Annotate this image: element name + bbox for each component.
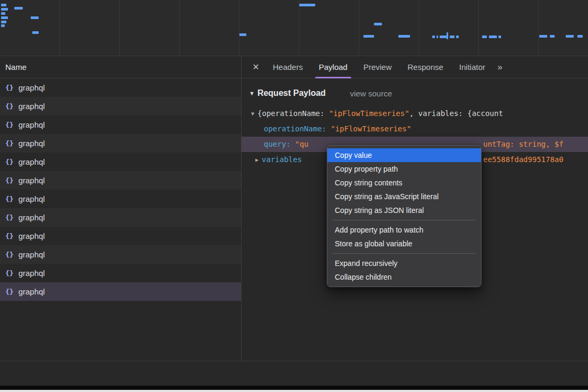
request-row[interactable]: {}graphql	[0, 190, 241, 208]
timeline-bar	[450, 35, 455, 38]
json-braces-icon: {}	[5, 176, 14, 184]
timeline-bar	[432, 35, 435, 38]
request-name-label: graphql	[19, 102, 45, 111]
timeline-bar	[1, 24, 5, 27]
request-name-label: graphql	[19, 250, 45, 259]
timeline-bar	[374, 23, 382, 25]
timeline-bar	[299, 4, 315, 6]
network-overview-timeline[interactable]	[0, 0, 588, 56]
request-row[interactable]: {}graphql	[0, 227, 241, 245]
request-name-label: graphql	[19, 269, 45, 278]
timeline-bar	[447, 32, 448, 39]
menu-item[interactable]: Copy string as JSON literal	[327, 203, 481, 217]
request-name-label: graphql	[19, 176, 45, 185]
context-menu: Copy valueCopy property pathCopy string …	[327, 145, 482, 287]
tree-text-fragment: ee5588fdad995178a0	[483, 152, 564, 167]
timeline-bar	[1, 16, 8, 19]
close-icon[interactable]: ✕	[247, 56, 265, 78]
json-braces-icon: {}	[5, 195, 14, 203]
tree-text: "ipFlowTimeseries"	[329, 109, 409, 118]
request-row[interactable]: {}graphql	[0, 134, 241, 153]
menu-item[interactable]: Copy string contents	[327, 176, 481, 190]
timeline-bar	[14, 7, 23, 10]
menu-item[interactable]: Copy property path	[327, 162, 481, 176]
timeline-bar	[1, 12, 5, 15]
column-header-label: Name	[5, 63, 26, 72]
request-row[interactable]: {}graphql	[0, 208, 241, 227]
menu-item[interactable]: Store as global variable	[327, 237, 481, 251]
json-braces-icon: {}	[5, 84, 14, 92]
timeline-bar	[456, 35, 459, 38]
tree-text: "ipFlowTimeseries"	[331, 124, 411, 133]
more-tabs-icon[interactable]: »	[497, 62, 502, 73]
request-row[interactable]: {}graphql	[0, 171, 241, 190]
tab-strip: HeadersPayloadPreviewResponseInitiator	[265, 56, 493, 78]
request-row[interactable]: {}graphql	[0, 264, 241, 282]
disclosure-triangle-icon: ▼	[251, 111, 257, 117]
tree-text: "qu	[295, 140, 308, 148]
timeline-bar	[489, 35, 497, 38]
timeline-bar	[482, 35, 487, 38]
timeline-bar	[498, 35, 501, 38]
request-row[interactable]: {}graphql	[0, 97, 241, 115]
tab-response[interactable]: Response	[399, 56, 451, 78]
tree-text: {operationName:	[257, 109, 329, 118]
menu-item[interactable]: Copy string as JavaScript literal	[327, 190, 481, 203]
details-tab-bar: ✕ HeadersPayloadPreviewResponseInitiator…	[242, 56, 588, 78]
timeline-bar	[239, 33, 246, 36]
tab-payload[interactable]: Payload	[311, 56, 355, 78]
json-braces-icon: {}	[5, 213, 14, 221]
request-name-label: graphql	[19, 139, 45, 148]
request-name-label: graphql	[19, 194, 45, 203]
request-name-label: graphql	[19, 157, 45, 166]
payload-tree-line[interactable]: ▼ {operationName: "ipFlowTimeseries", va…	[242, 106, 588, 121]
request-name-label: graphql	[19, 213, 45, 222]
json-braces-icon: {}	[5, 102, 14, 110]
tab-initiator[interactable]: Initiator	[451, 56, 493, 78]
footer-empty-area	[0, 361, 588, 386]
request-row[interactable]: {}graphql	[0, 153, 241, 171]
section-title: Request Payload	[257, 88, 326, 98]
tree-text-fragment: untTag: string, $f	[483, 137, 564, 152]
tree-text: variables	[262, 155, 302, 164]
timeline-bar	[32, 31, 39, 34]
timeline-bar	[577, 35, 583, 38]
tab-headers[interactable]: Headers	[265, 56, 311, 78]
json-braces-icon: {}	[5, 139, 14, 147]
request-row[interactable]: {}graphql	[0, 78, 241, 97]
json-braces-icon: {}	[5, 158, 14, 166]
request-table: Name {}graphql{}graphql{}graphql{}graphq…	[0, 56, 242, 388]
request-name-label: graphql	[19, 287, 45, 296]
timeline-bar	[539, 35, 547, 38]
request-row[interactable]: {}graphql	[0, 282, 241, 301]
timeline-bar	[550, 35, 555, 38]
request-payload-section-header[interactable]: ▼ Request Payload view source	[249, 85, 588, 102]
timeline-bar	[398, 35, 410, 38]
view-source-link[interactable]: view source	[350, 89, 392, 98]
json-braces-icon: {}	[5, 121, 14, 129]
json-braces-icon: {}	[5, 269, 14, 277]
request-list: {}graphql{}graphql{}graphql{}graphql{}gr…	[0, 78, 241, 301]
menu-item[interactable]: Collapse children	[327, 270, 481, 284]
timeline-bar	[1, 4, 6, 6]
tree-text: operationName:	[264, 124, 331, 133]
column-header-name[interactable]: Name	[0, 56, 241, 78]
devtools-network-panel: Name {}graphql{}graphql{}graphql{}graphq…	[0, 0, 588, 392]
request-row[interactable]: {}graphql	[0, 245, 241, 264]
tab-preview[interactable]: Preview	[355, 56, 399, 78]
json-braces-icon: {}	[5, 251, 14, 259]
json-braces-icon: {}	[5, 232, 14, 240]
menu-item[interactable]: Add property path to watch	[327, 223, 481, 237]
json-braces-icon: {}	[5, 288, 14, 296]
request-name-label: graphql	[19, 83, 45, 92]
menu-item[interactable]: Expand recursively	[327, 256, 481, 270]
disclosure-triangle-icon: ▶	[255, 157, 262, 163]
menu-separator	[333, 220, 476, 220]
payload-tree-line[interactable]: operationName: "ipFlowTimeseries"	[242, 121, 588, 137]
menu-item[interactable]: Copy value	[327, 148, 481, 162]
request-row[interactable]: {}graphql	[0, 115, 241, 134]
tree-text: , variables: {account	[409, 109, 503, 118]
timeline-bar	[31, 16, 39, 19]
section-disclosure-icon[interactable]: ▼	[249, 90, 255, 96]
timeline-bar	[1, 21, 6, 23]
